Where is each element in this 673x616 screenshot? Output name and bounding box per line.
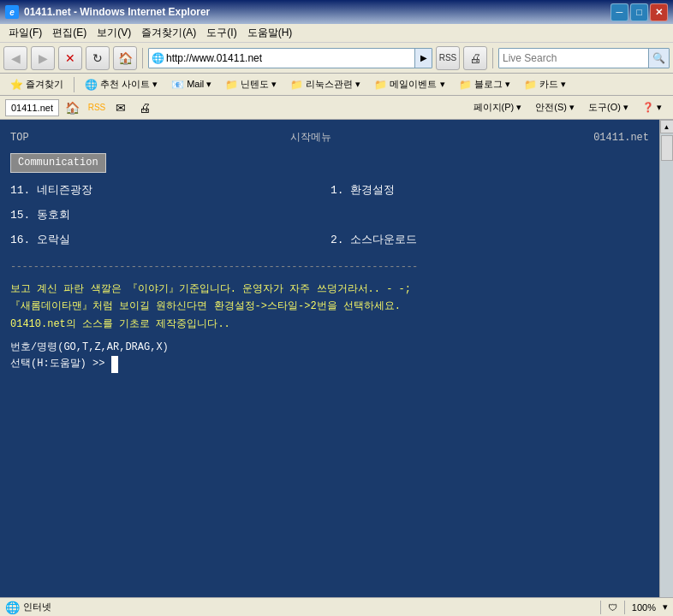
search-input[interactable]	[499, 52, 648, 64]
folder-icon-1: 📁	[225, 79, 238, 91]
menu-view[interactable]: 보기(V)	[92, 24, 136, 42]
address-input[interactable]	[166, 52, 414, 64]
window-title: 01411.net - Windows Internet Explorer	[24, 6, 210, 18]
menu-bar: 파일(F) 편집(E) 보기(V) 즐겨찾기(A) 도구(I) 도움말(H)	[0, 24, 673, 43]
menu-entry-15: 15. 동호회	[10, 204, 329, 228]
address-go-button[interactable]: ▶	[414, 49, 432, 68]
menu-entry-1: 1. 환경설정	[331, 180, 649, 203]
search-button[interactable]: 🔍	[648, 49, 669, 68]
search-container: 🔍	[498, 48, 670, 68]
menu-entry-16: 16. 오락실	[10, 229, 329, 252]
fav-mail-label: Mail ▾	[187, 79, 211, 90]
prompt-text: 선택(H:도움말) >>	[10, 358, 111, 370]
fav-recommended[interactable]: 🌐 추천 사이트 ▾	[80, 76, 163, 92]
site-tab[interactable]: 01411.net	[5, 99, 59, 116]
status-right: 🛡 100% ▾	[600, 601, 668, 614]
safety-dropdown-label: 안전(S) ▾	[535, 101, 575, 114]
forward-button[interactable]: ▶	[31, 46, 55, 70]
fav-card-label: 카드 ▾	[539, 78, 566, 91]
menu-file[interactable]: 파일(F)	[3, 24, 47, 42]
fav-mail-event[interactable]: 📁 메일이벤트 ▾	[369, 76, 450, 92]
address-bar: 🌐 ▶	[148, 48, 432, 68]
fav-nintendo[interactable]: 📁 닌텐도 ▾	[220, 76, 282, 92]
minimize-button[interactable]: ─	[610, 3, 628, 21]
globe-icon: 🌐	[85, 79, 98, 91]
menu-favorites[interactable]: 즐겨찾기(A)	[136, 24, 201, 42]
notice-line-3: 01410.net의 소스를 기초로 제작중입니다..	[10, 316, 649, 333]
fav-linux[interactable]: 📁 리눅스관련 ▾	[285, 76, 366, 92]
menu-entry-2: 2. 소스다운로드	[331, 229, 649, 252]
fav-mail[interactable]: 📧 Mail ▾	[166, 77, 217, 92]
zoom-level: 100%	[632, 602, 656, 613]
fav-card[interactable]: 📁 카드 ▾	[519, 76, 571, 92]
scroll-thumb[interactable]	[661, 135, 673, 161]
bbs-header: TOP 시작메뉴 01411.net	[10, 127, 649, 153]
bbs-header-left: TOP	[10, 130, 29, 146]
fav-blog[interactable]: 📁 블로그 ▾	[454, 76, 515, 92]
page-dropdown[interactable]: 페이지(P) ▾	[468, 98, 528, 116]
back-button[interactable]: ◀	[3, 46, 27, 70]
menu-tools[interactable]: 도구(I)	[201, 24, 241, 42]
fav-blog-label: 블로그 ▾	[474, 78, 510, 91]
bbs-header-center: 시작메뉴	[290, 130, 331, 146]
menu-edit[interactable]: 편집(E)	[47, 24, 92, 42]
help-dropdown[interactable]: ❓ ▾	[636, 99, 668, 116]
home-nav-button[interactable]: 🏠	[63, 98, 83, 117]
fav-bookmarks[interactable]: ⭐ 즐겨찾기	[5, 76, 68, 92]
bbs-terminal: TOP 시작메뉴 01411.net Communication 11. 네티즌…	[0, 120, 659, 380]
status-zone: 🌐 인터넷	[5, 601, 51, 614]
mail-nav-button[interactable]: ✉	[110, 98, 131, 117]
fav-recommended-label: 추천 사이트 ▾	[100, 78, 158, 91]
rss-nav-button[interactable]: RSS	[86, 98, 107, 117]
stop-button[interactable]: ✕	[58, 46, 82, 70]
nav-toolbar: ◀ ▶ ✕ ↻ 🏠 🌐 ▶ RSS 🖨 🔍	[0, 43, 673, 74]
site-tag-label: 01411.net	[11, 103, 53, 113]
comm-badge: Communication	[10, 153, 106, 173]
notice-line-1: 보고 계신 파란 색깔은 『이야기』기준입니다. 운영자가 자주 쓰덩거라서..…	[10, 281, 649, 298]
print-nav-button[interactable]: 🖨	[134, 98, 155, 117]
mail-icon: 📧	[171, 79, 184, 91]
folder-icon-3: 📁	[374, 79, 387, 91]
bbs-command-line: 번호/명령(GO,T,Z,AR,DRAG,X) 선택(H:도움말) >>	[10, 340, 649, 372]
content-area: TOP 시작메뉴 01411.net Communication 11. 네티즌…	[0, 120, 659, 597]
home-button[interactable]: 🏠	[113, 46, 137, 70]
rss-button[interactable]: RSS	[436, 46, 460, 70]
notice-line-2: 『새롬데이타맨』처럼 보이길 원하신다면 환경설정->스타일->2번을 선택하세…	[10, 298, 649, 315]
print-button[interactable]: 🖨	[463, 46, 487, 70]
address-ie-icon: 🌐	[149, 50, 166, 67]
fav-bookmarks-label: 즐겨찾기	[26, 78, 63, 91]
menu-entry-11: 11. 네티즌광장	[10, 180, 329, 203]
fav-linux-label: 리눅스관련 ▾	[306, 78, 360, 91]
scroll-up-button[interactable]: ▲	[660, 120, 674, 133]
ie-icon: e	[5, 5, 19, 19]
cursor	[111, 356, 118, 372]
command-label: 번호/명령(GO,T,Z,AR,DRAG,X)	[10, 340, 649, 356]
fav-nintendo-label: 닌텐도 ▾	[241, 78, 277, 91]
tools-dropdown[interactable]: 도구(O) ▾	[582, 98, 634, 116]
folder-icon-4: 📁	[459, 79, 472, 91]
status-zone-label: 인터넷	[23, 601, 51, 613]
internet-icon: 🌐	[5, 601, 20, 614]
safety-dropdown[interactable]: 안전(S) ▾	[529, 98, 581, 116]
refresh-button[interactable]: ↻	[86, 46, 110, 70]
close-button[interactable]: ✕	[650, 3, 668, 21]
menu-help[interactable]: 도움말(H)	[242, 24, 298, 42]
favorites-bar: ⭐ 즐겨찾기 🌐 추천 사이트 ▾ 📧 Mail ▾ 📁 닌텐도 ▾ 📁 리눅스…	[0, 74, 673, 96]
secondary-toolbar: 01411.net 🏠 RSS ✉ 🖨 페이지(P) ▾ 안전(S) ▾ 도구(…	[0, 96, 673, 120]
browser-content: TOP 시작메뉴 01411.net Communication 11. 네티즌…	[0, 120, 673, 597]
help-dropdown-label: ❓ ▾	[642, 102, 662, 113]
status-bar: 🌐 인터넷 🛡 100% ▾	[0, 597, 673, 616]
star-icon: ⭐	[10, 79, 23, 91]
bbs-notice: 보고 계신 파란 색깔은 『이야기』기준입니다. 운영자가 자주 쓰덩거라서..…	[10, 281, 649, 333]
bbs-menu-grid: 11. 네티즌광장 1. 환경설정 15. 동호회 16. 오락실 2. 소스다…	[10, 180, 649, 252]
fav-mail-event-label: 메일이벤트 ▾	[390, 78, 444, 91]
folder-icon-5: 📁	[524, 79, 537, 91]
maximize-button[interactable]: □	[630, 3, 648, 21]
zoom-dropdown-icon[interactable]: ▾	[663, 601, 668, 613]
bbs-header-right: 01411.net	[593, 130, 649, 146]
title-bar: e 01411.net - Windows Internet Explorer …	[0, 0, 673, 24]
window-controls: ─ □ ✕	[610, 3, 668, 21]
status-shield-icon: 🛡	[608, 602, 617, 613]
folder-icon-2: 📁	[290, 79, 303, 91]
vertical-scrollbar[interactable]: ▲	[659, 120, 673, 597]
